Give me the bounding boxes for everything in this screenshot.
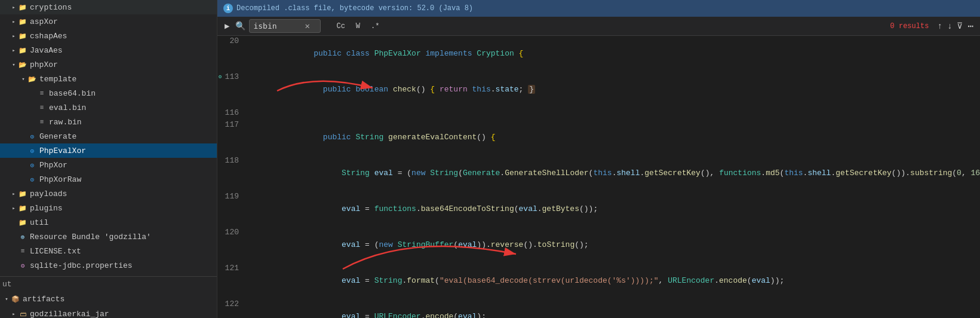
sidebar-item-label: aspXor [30,17,58,26]
search-filter-button[interactable]: ⊽ [955,21,964,31]
sidebar-item-label: PhpXorRaw [39,175,81,184]
folder-icon: 📁 [18,189,27,198]
folder-icon: 📁 [18,31,27,41]
sidebar-item-Generate[interactable]: ▸ ⊙ Generate [0,129,217,143]
sidebar-item-ut[interactable]: ut [0,277,217,291]
sidebar-item-label: phpXor [30,60,58,69]
sidebar-item-util[interactable]: ▸ 📁 util [0,215,217,230]
chevron-right-icon: ▸ [10,311,18,317]
search-more-button[interactable]: ⋯ [966,20,975,32]
resource-icon: ⊕ [18,232,27,241]
line-content[interactable] [246,108,980,120]
sidebar-item-sqlite-props[interactable]: ▸ ⚙ sqlite-jdbc.properties [0,258,217,273]
line-number: 122 [217,299,246,318]
line-content[interactable]: eval = String.format("eval(base64_decode… [246,263,980,299]
table-row: 120 eval = (new StringBuffer(eval)).reve… [217,227,980,263]
java-class-icon: ⊙ [27,160,37,170]
sidebar-item-label: payloads [30,189,67,198]
sidebar-item-rawbin[interactable]: ▸ ≡ raw.bin [0,115,217,129]
chevron-right-icon: ▸ [10,19,18,25]
sidebar-item-license[interactable]: ▸ ≡ LICENSE.txt [0,244,217,258]
decompiled-info-bar: i Decompiled .class file, bytecode versi… [217,0,980,17]
regex-button[interactable]: .* [367,21,383,32]
sidebar-item-label: util [30,218,48,227]
sidebar-item-label: PhpEvalXor [39,146,86,155]
sidebar-item-template[interactable]: 📂 template [0,72,217,86]
line-content[interactable]: public String generateEvalContent() { [246,120,980,155]
folder-open-icon: 📂 [18,60,27,69]
sidebar-item-resource-bundle[interactable]: ▸ ⊕ Resource Bundle 'godzilla' [0,230,217,244]
chevron-down-icon [19,76,27,82]
folder-open-icon: 📂 [27,74,37,84]
info-bar-text: Decompiled .class file, bytecode version… [236,4,473,13]
java-class-icon: ⊙ [27,175,37,184]
folder-icon: 📁 [18,2,27,12]
table-row: 122 eval = URLEncoder.encode(eval); [217,299,980,318]
sidebar-item-phpXor[interactable]: 📂 phpXor [0,57,217,72]
chevron-down-icon [2,296,11,302]
folder-icon: 📁 [18,45,27,55]
line-content[interactable]: eval = (new StringBuffer(eval)).reverse(… [246,227,980,263]
search-clear-button[interactable]: ✕ [303,21,311,31]
search-prev-button[interactable]: ↑ [936,22,944,31]
line-number: 120 [217,227,246,263]
sidebar-item-label: cshapAes [30,32,67,41]
artifacts-icon: 📦 [11,294,20,304]
sidebar-item-label: JavaAes [30,46,63,55]
code-editor[interactable]: 20 public class PhpEvalXor implements Cr… [217,36,980,318]
info-icon: i [223,4,233,13]
sidebar-item-label: eval.bin [49,103,86,112]
file-icon: ≡ [37,88,47,98]
sidebar-item-aspXor[interactable]: ▸ 📁 aspXor [0,14,217,29]
sidebar-item-label: Generate [39,132,76,141]
whole-word-button[interactable]: W [352,21,364,32]
txt-icon: ≡ [18,246,27,256]
case-sensitive-button[interactable]: Cc [333,21,348,32]
line-content[interactable]: eval = functions.base64EncodeToString(ev… [246,191,980,227]
sidebar-item-label: sqlite-jdbc.properties [30,261,133,270]
java-class-icon: ⊙ [27,146,37,155]
sidebar-item-label: LICENSE.txt [30,247,81,256]
file-icon: ≡ [37,103,47,112]
line-number: 113 ⚙ [217,72,246,108]
line-number: 116 [217,108,246,120]
sidebar-item-PhpEvalXor[interactable]: ▸ ⊙ PhpEvalXor [0,143,217,158]
chevron-right-icon: ▸ [10,4,18,11]
sidebar-item-PhpXor[interactable]: ▸ ⊙ PhpXor [0,158,217,172]
sidebar-item-payloads[interactable]: ▸ 📁 payloads [0,186,217,201]
line-content[interactable]: eval = URLEncoder.encode(eval); [246,299,980,318]
sidebar-item-label: godzillaerkai_jar [30,310,109,319]
file-icon: ≡ [37,117,47,127]
line-content[interactable]: String eval = (new String(Generate.Gener… [246,155,980,191]
line-number: 117 [217,120,246,155]
chevron-right-icon: ▸ [10,33,18,39]
search-expand-button[interactable]: ▶ [222,20,232,32]
sidebar-item-evalbin[interactable]: ▸ ≡ eval.bin [0,100,217,115]
line-content[interactable]: public boolean check() { return this.sta… [246,72,980,108]
table-row: 117 public String generateEvalContent() … [217,120,980,155]
search-results-count: 0 results [890,22,932,30]
sidebar-item-PhpXorRaw[interactable]: ▸ ⊙ PhpXorRaw [0,172,217,186]
sidebar-item-JavaAes[interactable]: ▸ 📁 JavaAes [0,43,217,57]
db-icon: ⚙ [18,261,27,270]
jar-icon: 🗃 [18,309,27,318]
sidebar-item-base64bin[interactable]: ▸ ≡ base64.bin [0,86,217,100]
search-next-button[interactable]: ↓ [945,22,954,31]
folder-icon: 📁 [18,17,27,26]
search-input[interactable] [253,22,301,30]
sidebar-item-plugins[interactable]: ▸ 📁 plugins [0,201,217,215]
artifacts-section-header[interactable]: 📦 artifacts [0,291,217,307]
line-number: 20 [217,36,246,72]
code-table: 20 public class PhpEvalXor implements Cr… [217,36,980,318]
line-content[interactable]: public class PhpEvalXor implements Crypt… [246,36,980,72]
sidebar-item-cryptions[interactable]: ▸ 📁 cryptions [0,0,217,14]
sidebar-item-cshapAes[interactable]: ▸ 📁 cshapAes [0,29,217,43]
file-tree-sidebar: ▸ 📁 cryptions ▸ 📁 aspXor ▸ 📁 cshapAes ▸ … [0,0,217,318]
sidebar-item-label: PhpXor [39,161,67,170]
table-row: 116 [217,108,980,120]
sidebar-item-godzillaerkai-jar[interactable]: ▸ 🗃 godzillaerkai_jar [0,307,217,318]
line-number: 121 [217,263,246,299]
line-number: 118 [217,155,246,191]
sidebar-item-label: plugins [30,204,63,213]
artifacts-label: artifacts [23,295,64,304]
